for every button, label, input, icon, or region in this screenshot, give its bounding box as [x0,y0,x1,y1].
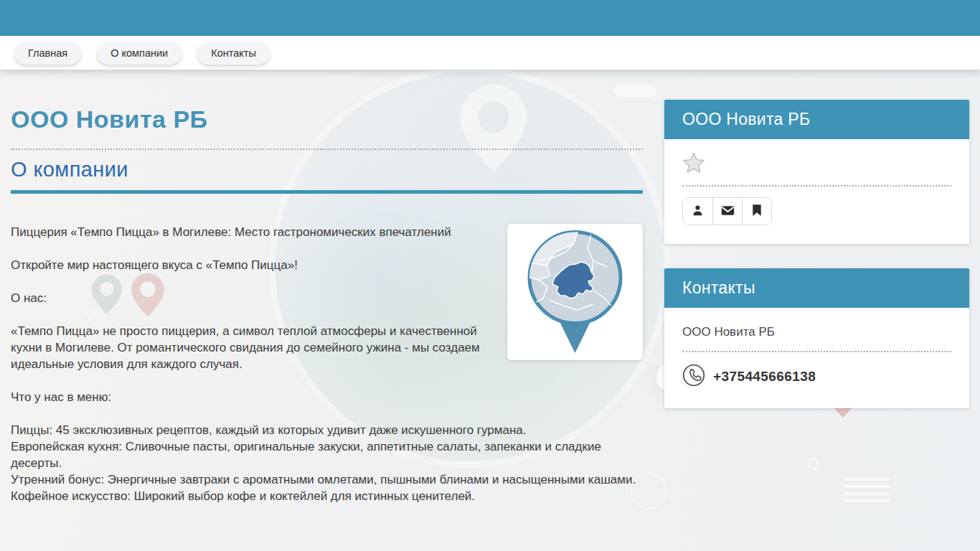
divider [682,351,951,352]
top-banner [0,0,980,36]
bookmark-icon [752,204,762,219]
company-card: ООО Новита РБ [664,100,969,244]
sidebar: ООО Новита РБ [664,70,969,408]
phone-icon [682,364,705,390]
menu-list: Пиццы: 45 эксклюзивных рецептов, каждый … [11,422,643,504]
divider [11,149,643,150]
envelope-icon [721,205,735,218]
contacts-card-title: Контакты [664,268,969,308]
paragraph: Что у нас в меню: [11,389,643,405]
phone-number-link[interactable]: +375445666138 [713,369,816,385]
person-button[interactable] [683,198,712,225]
bookmark-button[interactable] [742,198,771,225]
company-card-title: ООО Новита РБ [664,100,969,139]
nav-item-contacts[interactable]: Контакты [197,42,270,65]
section-heading: О компании [11,158,643,182]
accent-divider [11,190,643,194]
main-navigation: Главная О компании Контакты [0,36,980,70]
divider [682,185,951,187]
page-title: ООО Новита РБ [11,105,643,133]
nav-item-about[interactable]: О компании [97,42,182,65]
location-map-widget [507,224,643,360]
main-content: ООО Новита РБ О компании [11,70,643,521]
email-button[interactable] [712,198,742,225]
card-action-buttons [682,197,772,225]
rating-star-icon[interactable] [682,152,951,176]
about-text: Пиццерия «Темпо Пицца» в Могилеве: Место… [11,224,643,504]
contacts-card: Контакты ООО Новита РБ +375445666138 [664,268,969,408]
person-icon [692,204,704,219]
nav-item-home[interactable]: Главная [14,42,81,65]
contact-company-name: ООО Новита РБ [682,325,951,339]
